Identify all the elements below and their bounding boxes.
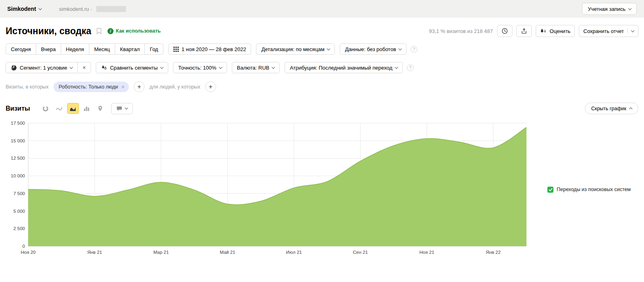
currency-dropdown[interactable]: Валюта: RUB — [232, 62, 280, 73]
data-mode-dropdown[interactable]: Данные: без роботов — [340, 43, 407, 55]
chevron-down-icon — [272, 65, 275, 68]
area-chart-icon — [70, 105, 76, 112]
svg-text:17 500: 17 500 — [11, 121, 25, 126]
for-people-label: для людей, у которых — [149, 84, 200, 90]
hide-chart-button[interactable]: Скрыть график — [585, 103, 638, 114]
preset-today-button[interactable]: Сегодня — [6, 43, 36, 55]
svg-text:0: 0 — [23, 244, 25, 249]
preset-yesterday-button[interactable]: Вчера — [36, 43, 61, 55]
currency-label: Валюта: RUB — [237, 65, 270, 71]
preset-month-button[interactable]: Месяц — [89, 43, 115, 55]
account-button[interactable]: Учетная запись — [582, 3, 637, 15]
compare-drops-icon — [101, 65, 107, 71]
export-button[interactable] — [516, 25, 532, 37]
how-to-use-label: Как использовать — [116, 28, 161, 34]
date-range-label: 1 ноя 2020 — 28 фев 2022 — [182, 46, 246, 52]
attribution-label: Атрибуция: Последний значимый переход — [290, 65, 392, 71]
segment-bar: Сегмент: 1 условие × Сравнить сегменты Т… — [6, 62, 638, 73]
remove-filter-icon[interactable]: × — [121, 84, 124, 90]
site-label: simkodent.ru · — [59, 6, 92, 12]
add-people-condition-button[interactable]: + — [205, 81, 216, 92]
accuracy-label: Точность: 100% — [178, 65, 217, 71]
save-report-label: Сохранить отчет — [583, 28, 624, 34]
chart-header: Визиты Скрыть график — [6, 103, 638, 114]
share-export-icon — [521, 28, 527, 34]
info-icon: i — [107, 28, 114, 34]
detail-dropdown[interactable]: Детализация: по месяцам — [256, 43, 335, 55]
calendar-grid-icon — [173, 47, 179, 52]
add-visit-condition-button[interactable]: + — [134, 81, 144, 92]
area-chart-type-button[interactable] — [67, 103, 79, 114]
chart-title: Визиты — [6, 105, 30, 112]
attribution-dropdown[interactable]: Атрибуция: Последний значимый переход — [285, 62, 403, 73]
help-icon[interactable]: ? — [411, 46, 417, 53]
svg-text:Мар 21: Мар 21 — [153, 250, 169, 255]
preset-week-button[interactable]: Неделя — [61, 43, 89, 55]
visits-percentage-stat: 93,1 % визитов из 218 487 — [429, 28, 493, 34]
robotness-filter-label: Роботность: Только люди — [59, 84, 118, 90]
rate-drops-icon — [540, 28, 547, 34]
redacted-site-info — [96, 6, 126, 12]
chevron-down-icon — [631, 29, 634, 32]
preset-quarter-button[interactable]: Квартал — [115, 43, 145, 55]
bookmark-icon[interactable] — [96, 28, 102, 35]
main-content: Источники, сводка i Как использовать 93,… — [0, 24, 644, 257]
chevron-down-icon — [219, 65, 222, 68]
svg-text:10 000: 10 000 — [11, 173, 25, 178]
segment-dropdown-label: Сегмент: 1 условие — [20, 65, 67, 71]
line-chart-type-button[interactable] — [54, 103, 65, 114]
rate-button[interactable]: Оценить — [536, 25, 575, 37]
svg-text:Июл 21: Июл 21 — [286, 250, 302, 255]
period-bar: Сегодня Вчера Неделя Месяц Квартал Год 1… — [6, 43, 638, 55]
filter-bar: Визиты, в которых Роботность: Только люд… — [6, 81, 638, 92]
donut-chart-icon — [42, 105, 49, 112]
page-title: Источники, сводка — [6, 26, 91, 37]
chevron-down-icon — [398, 47, 402, 50]
chevron-down-icon — [628, 6, 632, 10]
hide-chart-label: Скрыть график — [591, 106, 626, 111]
svg-text:Янв 22: Янв 22 — [486, 250, 501, 255]
svg-text:5 000: 5 000 — [13, 209, 25, 214]
legend-checkbox[interactable] — [547, 187, 553, 193]
date-range-button[interactable]: 1 ноя 2020 — 28 фев 2022 — [168, 43, 251, 55]
segment-control: Сегмент: 1 условие × — [6, 62, 91, 73]
clear-segment-button[interactable]: × — [77, 62, 91, 73]
annotations-dropdown[interactable] — [111, 103, 133, 114]
preset-year-button[interactable]: Год — [144, 43, 163, 55]
robotness-filter-pill[interactable]: Роботность: Только люди × — [54, 82, 129, 92]
accuracy-dropdown[interactable]: Точность: 100% — [173, 62, 227, 73]
svg-text:Ноя 20: Ноя 20 — [21, 250, 36, 255]
report-header: Источники, сводка i Как использовать 93,… — [6, 24, 638, 38]
legend-label: Переходы из поисковых систем — [557, 187, 631, 192]
column-chart-type-button[interactable] — [81, 103, 93, 114]
check-icon — [549, 188, 553, 191]
help-icon[interactable]: ? — [407, 64, 414, 71]
save-report-button[interactable]: Сохранить отчет — [579, 25, 638, 37]
chevron-down-icon — [395, 65, 398, 68]
detail-dropdown-label: Детализация: по месяцам — [261, 46, 324, 52]
map-chart-type-button[interactable] — [95, 103, 106, 114]
svg-text:Янв 21: Янв 21 — [87, 250, 102, 255]
chart-type-switcher — [40, 103, 106, 114]
counter-menu[interactable]: Simkodent — [7, 6, 41, 12]
history-button[interactable] — [497, 25, 512, 37]
map-pin-icon — [97, 105, 103, 112]
topbar: Simkodent simkodent.ru · Учетная запись — [0, 0, 644, 18]
compare-segments-dropdown[interactable]: Сравнить сегменты — [96, 62, 168, 73]
line-chart-icon — [56, 105, 62, 112]
button-divider — [627, 28, 628, 34]
svg-text:2 500: 2 500 — [13, 226, 25, 231]
svg-text:15 000: 15 000 — [11, 138, 25, 143]
chevron-down-icon — [160, 65, 163, 68]
account-button-label: Учетная запись — [588, 6, 625, 12]
svg-text:Сен 21: Сен 21 — [353, 250, 368, 255]
period-preset-group: Сегодня Вчера Неделя Месяц Квартал Год — [6, 43, 163, 55]
visits-in-which-label: Визиты, в которых — [6, 84, 49, 90]
svg-text:Ноя 21: Ноя 21 — [419, 250, 434, 255]
compare-segments-label: Сравнить сегменты — [110, 65, 158, 71]
pie-chart-type-button[interactable] — [40, 103, 52, 114]
rate-button-label: Оценить — [550, 28, 571, 34]
chevron-down-icon — [124, 106, 128, 109]
segment-dropdown[interactable]: Сегмент: 1 условие — [6, 62, 78, 73]
how-to-use-link[interactable]: i Как использовать — [107, 28, 161, 34]
